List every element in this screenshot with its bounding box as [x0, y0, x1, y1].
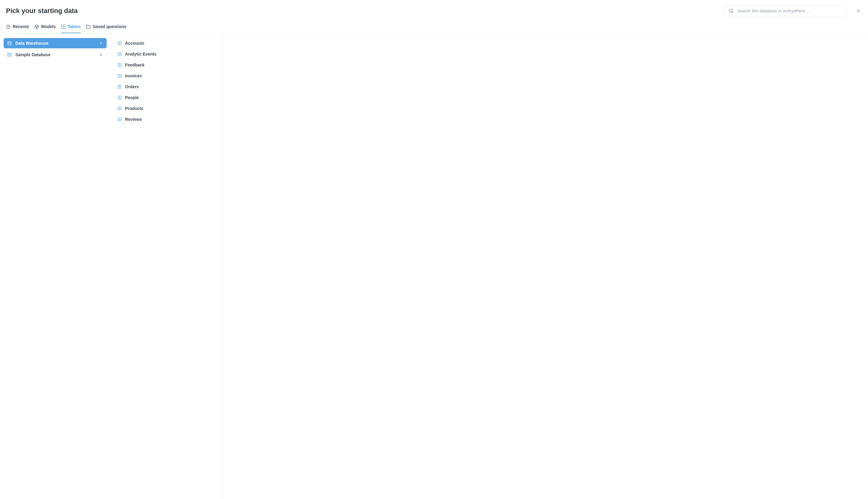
search-box[interactable] [724, 5, 846, 16]
detail-column [222, 33, 868, 499]
database-item-sample-database[interactable]: Sample Database [4, 50, 107, 60]
svg-rect-71 [118, 107, 119, 108]
svg-rect-52 [121, 77, 121, 78]
svg-rect-48 [119, 75, 120, 76]
svg-rect-67 [121, 97, 121, 98]
table-icon [118, 107, 121, 110]
svg-rect-57 [119, 86, 120, 87]
svg-rect-9 [61, 26, 62, 27]
svg-point-16 [8, 53, 11, 54]
page-title: Pick your starting data [6, 7, 78, 15]
svg-rect-31 [121, 54, 121, 55]
table-item-reviews[interactable]: Reviews [114, 114, 218, 124]
svg-rect-6 [61, 24, 62, 25]
svg-rect-19 [121, 41, 121, 42]
svg-rect-39 [119, 65, 120, 65]
database-column: Data Warehouse Sample Database [0, 33, 111, 499]
svg-rect-74 [118, 108, 119, 109]
svg-rect-86 [118, 120, 119, 121]
table-item-products[interactable]: Products [114, 103, 218, 113]
svg-rect-24 [119, 44, 120, 45]
svg-rect-7 [63, 24, 64, 25]
svg-rect-63 [119, 96, 120, 97]
svg-rect-47 [118, 75, 119, 76]
database-label: Data Warehouse [15, 41, 48, 46]
database-icon [7, 41, 12, 46]
close-icon [856, 9, 861, 13]
table-item-analytic-events[interactable]: Analytic Events [114, 49, 218, 59]
database-label: Sample Database [15, 52, 50, 57]
table-icon [118, 63, 121, 67]
search-input[interactable] [737, 9, 842, 13]
svg-rect-88 [121, 120, 121, 121]
svg-rect-22 [121, 43, 121, 44]
svg-rect-68 [118, 98, 119, 99]
table-label: Products [125, 106, 144, 111]
svg-rect-82 [121, 118, 121, 118]
svg-rect-10 [63, 26, 64, 27]
cube-icon [34, 24, 39, 29]
tab-recents[interactable]: Recents [6, 22, 29, 33]
svg-rect-79 [121, 109, 121, 110]
table-icon [118, 74, 121, 78]
svg-rect-53 [118, 85, 119, 86]
table-column: Accounts Analytic Events Feedback [111, 33, 222, 499]
close-button[interactable] [855, 7, 862, 14]
tabs: Recents Models Tables Saved questions [0, 22, 868, 33]
svg-rect-46 [121, 74, 121, 75]
chevron-right-icon [99, 41, 103, 45]
svg-rect-84 [119, 119, 120, 120]
tab-saved-questions[interactable]: Saved questions [86, 22, 126, 33]
table-item-people[interactable]: People [114, 93, 218, 103]
svg-rect-41 [118, 66, 119, 67]
svg-rect-61 [121, 88, 121, 88]
svg-rect-73 [121, 107, 121, 108]
svg-rect-81 [119, 118, 120, 118]
table-item-orders[interactable]: Orders [114, 82, 218, 92]
svg-rect-44 [118, 74, 119, 75]
svg-point-15 [8, 41, 11, 42]
svg-rect-85 [121, 119, 121, 120]
table-item-invoices[interactable]: Invoices [114, 71, 218, 81]
svg-rect-20 [118, 43, 119, 44]
tab-label: Tables [68, 24, 81, 29]
svg-rect-29 [118, 54, 119, 55]
clock-icon [6, 24, 11, 29]
svg-rect-60 [119, 88, 120, 88]
svg-rect-50 [118, 77, 119, 78]
svg-rect-43 [121, 66, 121, 67]
table-label: Invoices [125, 73, 142, 78]
svg-rect-28 [121, 52, 121, 53]
svg-rect-26 [118, 52, 119, 53]
svg-rect-23 [118, 44, 119, 45]
svg-rect-80 [118, 118, 119, 118]
svg-rect-11 [65, 26, 65, 27]
svg-rect-77 [118, 109, 119, 110]
svg-rect-83 [118, 119, 119, 120]
svg-rect-13 [63, 28, 64, 29]
svg-rect-42 [119, 66, 120, 67]
table-icon [118, 96, 121, 99]
tab-label: Recents [13, 24, 29, 29]
svg-rect-49 [121, 75, 121, 76]
svg-rect-87 [119, 120, 120, 121]
database-item-data-warehouse[interactable]: Data Warehouse [4, 38, 107, 48]
database-icon [7, 52, 12, 57]
table-item-accounts[interactable]: Accounts [114, 38, 218, 48]
tab-tables[interactable]: Tables [61, 22, 81, 33]
svg-rect-37 [121, 63, 121, 64]
table-item-feedback[interactable]: Feedback [114, 60, 218, 70]
svg-rect-30 [119, 54, 120, 55]
table-icon [118, 41, 121, 45]
svg-rect-17 [118, 41, 119, 42]
folder-icon [86, 24, 90, 29]
search-icon [729, 9, 734, 13]
table-icon [118, 118, 121, 121]
svg-rect-40 [121, 65, 121, 65]
svg-rect-21 [119, 43, 120, 44]
svg-rect-14 [65, 28, 65, 29]
table-icon [118, 52, 121, 56]
tab-models[interactable]: Models [34, 22, 56, 33]
table-label: People [125, 95, 139, 100]
svg-rect-56 [118, 86, 119, 87]
